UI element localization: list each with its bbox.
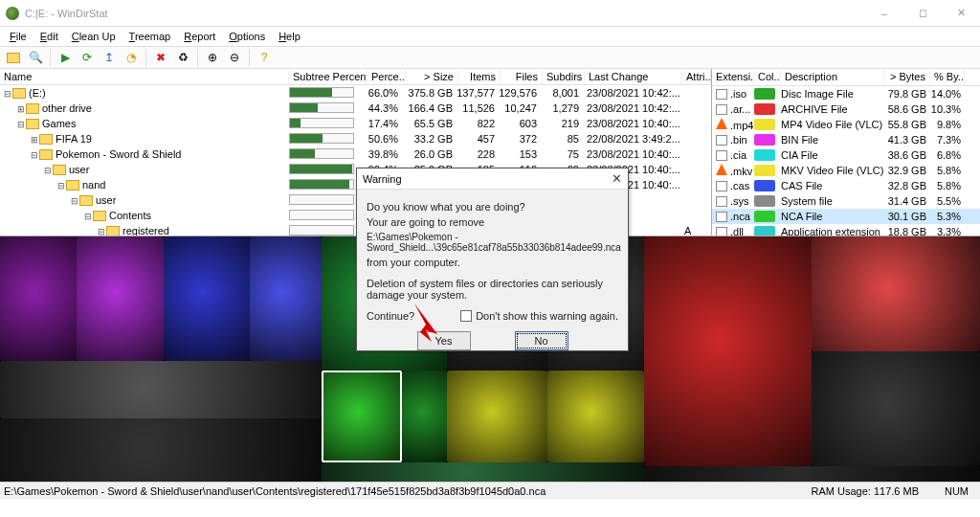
- dialog-close-icon[interactable]: ✕: [612, 171, 622, 186]
- tree-row[interactable]: ⊞FIFA 1950.6%33.2 GB4573728522/08/2021 3…: [0, 131, 711, 146]
- col-bytes[interactable]: > Bytes: [884, 69, 930, 85]
- minimize-button[interactable]: –: [865, 0, 903, 27]
- tree-row[interactable]: ⊟Games17.4%65.5 GB82260321923/08/2021 10…: [0, 116, 711, 131]
- col-perc[interactable]: Perce...: [368, 69, 406, 84]
- statusbar: E:\Games\Pokemon - Sword & Shield\user\n…: [0, 482, 980, 499]
- menu-options[interactable]: Options: [223, 29, 271, 44]
- app-icon: [6, 7, 19, 20]
- status-ram: RAM Usage: 117.6 MB: [812, 485, 935, 497]
- col-files[interactable]: Files: [501, 69, 543, 84]
- ext-row[interactable]: .mkvMKV Video File (VLC)32.9 GB5.8%: [712, 163, 980, 178]
- dialog-path: E:\Games\Pokemon - Sword_Shield...\39c65…: [367, 232, 618, 253]
- run-icon[interactable]: ▶: [56, 48, 75, 67]
- status-path: E:\Games\Pokemon - Sword & Shield\user\n…: [4, 485, 546, 497]
- toolbar: 🔍 ▶ ⟳ ↥ ◔ ✖ ♻ ⊕ ⊖ ?: [0, 46, 980, 69]
- menu-treemap[interactable]: Treemap: [123, 29, 177, 44]
- col-byper[interactable]: % By...: [930, 69, 965, 85]
- close-button[interactable]: ✕: [942, 0, 980, 27]
- status-num: NUM: [934, 485, 976, 497]
- refresh-icon[interactable]: ⟳: [78, 48, 97, 67]
- dialog-title: Warning: [363, 173, 402, 185]
- no-button[interactable]: No: [515, 331, 568, 350]
- ext-row[interactable]: .ar...ARCHIVE File58.6 GB10.3%: [712, 101, 980, 117]
- menubar: FileEditClean UpTreemapReportOptionsHelp: [0, 27, 980, 46]
- open-icon[interactable]: [4, 48, 23, 67]
- pacman-icon[interactable]: ◔: [122, 48, 141, 67]
- tree-column-headers: Name Subtree Percent... Perce... > Size …: [0, 69, 711, 85]
- col-attr[interactable]: Attri...: [682, 69, 711, 84]
- zoom-out-icon[interactable]: ⊖: [225, 48, 244, 67]
- ext-row[interactable]: .casCAS File32.8 GB5.8%: [712, 178, 980, 193]
- dialog-line3: from your computer.: [367, 257, 618, 268]
- ext-row[interactable]: .dllApplication extension18.8 GB3.3%: [712, 224, 980, 236]
- ext-row[interactable]: .ncaNCA File30.1 GB5.3%: [712, 209, 980, 224]
- menu-report[interactable]: Report: [178, 29, 221, 44]
- col-desc[interactable]: Description: [781, 69, 884, 85]
- yes-button[interactable]: Yes: [417, 331, 471, 350]
- dialog-line1: Your are going to remove: [367, 216, 618, 228]
- warning-dialog: Warning ✕ Do you know what you are doing…: [356, 168, 629, 351]
- zoom-icon[interactable]: 🔍: [26, 48, 45, 67]
- tree-row[interactable]: ⊞other drive44.3%166.4 GB11,52610,2471,2…: [0, 101, 711, 116]
- menu-clean-up[interactable]: Clean Up: [66, 29, 122, 44]
- extension-list-panel: Extensi... Col... Description > Bytes % …: [712, 69, 980, 236]
- ext-row[interactable]: .binBIN File41.3 GB7.3%: [712, 132, 980, 147]
- tree-row[interactable]: ⊟(E:)66.0%375.8 GB137,577129,5768,00123/…: [0, 85, 711, 101]
- ext-row[interactable]: .isoDisc Image File79.8 GB14.0%: [712, 86, 980, 101]
- tree-row[interactable]: ⊟Pokemon - Sword & Shield39.8%26.0 GB228…: [0, 146, 711, 162]
- maximize-button[interactable]: ◻: [903, 0, 942, 27]
- titlebar: C:|E: - WinDirStat – ◻ ✕: [0, 0, 980, 27]
- window-title: C:|E: - WinDirStat: [25, 8, 108, 19]
- delete-icon[interactable]: ✖: [151, 48, 170, 67]
- dialog-continue: Continue?: [367, 310, 414, 322]
- ext-row[interactable]: .sysSystem file31.4 GB5.5%: [712, 193, 980, 209]
- col-size[interactable]: > Size: [406, 69, 458, 84]
- col-name[interactable]: Name: [0, 69, 289, 84]
- col-items[interactable]: Items: [458, 69, 501, 84]
- help-icon[interactable]: ?: [255, 48, 274, 67]
- trash-icon[interactable]: ♻: [173, 48, 192, 67]
- menu-file[interactable]: File: [4, 29, 33, 44]
- col-lastchange[interactable]: Last Change: [585, 69, 682, 84]
- ext-row[interactable]: .mp4MP4 Video File (VLC)55.8 GB9.8%: [712, 117, 980, 132]
- ext-row[interactable]: .ciaCIA File38.6 GB6.8%: [712, 147, 980, 163]
- dialog-warning: Deletion of system files or directories …: [367, 278, 618, 301]
- col-color[interactable]: Col...: [754, 69, 781, 85]
- arrow-up-icon[interactable]: ↥: [100, 48, 119, 67]
- dont-show-checkbox[interactable]: Don't show this warning again.: [460, 310, 618, 322]
- col-subtree[interactable]: Subtree Percent...: [289, 69, 368, 84]
- col-subdirs[interactable]: Subdirs: [543, 69, 585, 84]
- ext-column-headers: Extensi... Col... Description > Bytes % …: [712, 69, 980, 86]
- menu-edit[interactable]: Edit: [34, 29, 64, 44]
- menu-help[interactable]: Help: [273, 29, 306, 44]
- zoom-in-icon[interactable]: ⊕: [203, 48, 222, 67]
- col-ext[interactable]: Extensi...: [712, 69, 754, 85]
- dialog-question: Do you know what you are doing?: [367, 201, 618, 213]
